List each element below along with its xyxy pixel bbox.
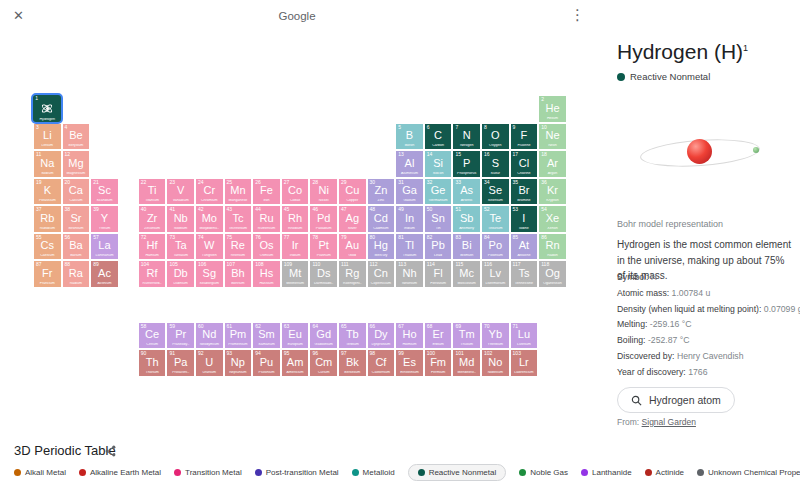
element-tile-Lv[interactable]: 116LvLivermorium	[481, 260, 510, 288]
element-tile-Po[interactable]: 84PoPolonium	[481, 233, 510, 261]
element-tile-C[interactable]: 6CCarbon	[424, 123, 453, 151]
element-tile-In[interactable]: 49InIndium	[395, 205, 424, 233]
element-tile-Sn[interactable]: 50SnTin	[424, 205, 453, 233]
element-tile-Ag[interactable]: 47AgSilver	[338, 205, 367, 233]
element-tile-Nh[interactable]: 113NhNihonium	[395, 260, 424, 288]
element-tile-Cu[interactable]: 29CuCopper	[338, 178, 367, 206]
element-tile-Lu[interactable]: 71LuLutetium	[510, 322, 539, 350]
element-tile-I[interactable]: 53IIodine	[510, 205, 539, 233]
element-tile-Bh[interactable]: 107BhBohrium	[224, 260, 253, 288]
share-icon[interactable]	[104, 444, 117, 462]
element-tile-No[interactable]: 102NoNobelium	[481, 349, 510, 377]
element-tile-O[interactable]: 8OOxygen	[481, 123, 510, 151]
element-tile-Tb[interactable]: 65TbTerbium	[338, 322, 367, 350]
element-tile-Cl[interactable]: 17ClChlorine	[510, 150, 539, 178]
element-tile-Rh[interactable]: 45RhRhodium	[281, 205, 310, 233]
element-tile-La[interactable]: 57LaLanthanum	[90, 233, 119, 261]
element-tile-Cn[interactable]: 112CnCopernicium	[367, 260, 396, 288]
element-tile-Tl[interactable]: 81TlThallium	[395, 233, 424, 261]
element-tile-Pr[interactable]: 59PrPraseody..	[166, 322, 195, 350]
element-tile-Hs[interactable]: 108HsHassium	[252, 260, 281, 288]
element-tile-Th[interactable]: 90ThThorium	[138, 349, 167, 377]
element-tile-Be[interactable]: 4BeBeryllium	[62, 123, 91, 151]
legend-item-reactive-nonmetal[interactable]: Reactive Nonmetal	[408, 464, 507, 481]
element-tile-Si[interactable]: 14SiSilicon	[424, 150, 453, 178]
element-tile-V[interactable]: 23VVanadium	[166, 178, 195, 206]
element-tile-Cm[interactable]: 96CmCurium	[309, 349, 338, 377]
element-tile-Mc[interactable]: 115McMoscovium	[452, 260, 481, 288]
element-tile-Fe[interactable]: 26FeIron	[252, 178, 281, 206]
element-tile-Mt[interactable]: 109MtMeitnerium	[281, 260, 310, 288]
element-tile-H[interactable]: 1Hydrogen	[31, 93, 63, 124]
element-tile-Rn[interactable]: 86RnRadon	[538, 233, 567, 261]
element-tile-P[interactable]: 15PPhosphorus	[452, 150, 481, 178]
element-tile-U[interactable]: 92UUranium	[195, 349, 224, 377]
element-tile-Li[interactable]: 3LiLithium	[33, 123, 62, 151]
element-tile-Cr[interactable]: 24CrChromium	[195, 178, 224, 206]
element-tile-Ra[interactable]: 88RaRadium	[62, 260, 91, 288]
element-tile-Te[interactable]: 52TeTellurium	[481, 205, 510, 233]
element-tile-K[interactable]: 19KPotassium	[33, 178, 62, 206]
source-link[interactable]: Signal Garden	[642, 417, 696, 427]
element-tile-Bi[interactable]: 83BiBismuth	[452, 233, 481, 261]
element-tile-Sr[interactable]: 38SrStrontium	[62, 205, 91, 233]
element-tile-Y[interactable]: 39YYttrium	[90, 205, 119, 233]
element-tile-Pb[interactable]: 82PbLead	[424, 233, 453, 261]
element-tile-Gd[interactable]: 64GdGadolinium	[309, 322, 338, 350]
element-tile-Sb[interactable]: 51SbAntimony	[452, 205, 481, 233]
element-tile-Hf[interactable]: 72HfHafnium	[138, 233, 167, 261]
element-tile-Ts[interactable]: 117TsTennessine	[510, 260, 539, 288]
element-tile-Au[interactable]: 79AuGold	[338, 233, 367, 261]
element-tile-Tm[interactable]: 69TmThulium	[452, 322, 481, 350]
element-tile-Na[interactable]: 11NaSodium	[33, 150, 62, 178]
element-tile-Pa[interactable]: 91PaProtactini..	[166, 349, 195, 377]
element-tile-Re[interactable]: 75ReRhenium	[224, 233, 253, 261]
element-tile-Ne[interactable]: 10NeNeon	[538, 123, 567, 151]
element-tile-At[interactable]: 85AtAstatine	[510, 233, 539, 261]
element-tile-Dy[interactable]: 66DyDysprosium	[367, 322, 396, 350]
element-tile-Zr[interactable]: 40ZrZirconium	[138, 205, 167, 233]
element-tile-Er[interactable]: 68ErErbium	[424, 322, 453, 350]
element-tile-F[interactable]: 9FFluorine	[510, 123, 539, 151]
element-tile-B[interactable]: 5BBoron	[395, 123, 424, 151]
element-tile-Rb[interactable]: 37RbRubidium	[33, 205, 62, 233]
element-tile-Ge[interactable]: 32GeGermanium	[424, 178, 453, 206]
element-tile-Hg[interactable]: 80HgMercury	[367, 233, 396, 261]
element-tile-Mg[interactable]: 12MgMagnesium	[62, 150, 91, 178]
element-tile-S[interactable]: 16SSulfur	[481, 150, 510, 178]
element-tile-Pm[interactable]: 61PmPromethium	[224, 322, 253, 350]
element-tile-Rg[interactable]: 111RgRoentgeni..	[338, 260, 367, 288]
element-tile-Ti[interactable]: 22TiTitanium	[138, 178, 167, 206]
element-tile-Ta[interactable]: 73TaTantalum	[166, 233, 195, 261]
element-tile-Ni[interactable]: 28NiNickel	[309, 178, 338, 206]
element-tile-Sg[interactable]: 106SgSeaborgium	[195, 260, 224, 288]
element-tile-Ir[interactable]: 77IrIridium	[281, 233, 310, 261]
element-tile-Nd[interactable]: 60NdNeodymium	[195, 322, 224, 350]
element-tile-Ga[interactable]: 31GaGallium	[395, 178, 424, 206]
element-tile-Co[interactable]: 27CoCobalt	[281, 178, 310, 206]
element-tile-Nb[interactable]: 41NbNiobium	[166, 205, 195, 233]
element-tile-Os[interactable]: 76OsOsmium	[252, 233, 281, 261]
element-tile-Np[interactable]: 93NpNeptunium	[224, 349, 253, 377]
search-element-button[interactable]: Hydrogen atom	[617, 387, 735, 413]
element-tile-Cs[interactable]: 55CsCaesium	[33, 233, 62, 261]
element-tile-Cd[interactable]: 48CdCadmium	[367, 205, 396, 233]
element-tile-Fr[interactable]: 87FrFrancium	[33, 260, 62, 288]
element-tile-Ce[interactable]: 58CeCerium	[138, 322, 167, 350]
element-tile-Lr[interactable]: 103LrLawrencium	[510, 349, 539, 377]
element-tile-Ru[interactable]: 44RuRuthenium	[252, 205, 281, 233]
element-tile-Tc[interactable]: 43TcTechnetium	[224, 205, 253, 233]
element-tile-Mn[interactable]: 25MnManganese	[224, 178, 253, 206]
element-tile-W[interactable]: 74WTungsten	[195, 233, 224, 261]
element-tile-N[interactable]: 7NNitrogen	[452, 123, 481, 151]
element-tile-Rf[interactable]: 104RfRutherford..	[138, 260, 167, 288]
element-tile-Fl[interactable]: 114FlFlerovium	[424, 260, 453, 288]
element-tile-Ar[interactable]: 18ArArgon	[538, 150, 567, 178]
element-tile-Br[interactable]: 35BrBromine	[510, 178, 539, 206]
element-tile-Ba[interactable]: 56BaBarium	[62, 233, 91, 261]
element-tile-Pt[interactable]: 78PtPlatinum	[309, 233, 338, 261]
element-tile-Al[interactable]: 13AlAluminium	[395, 150, 424, 178]
element-tile-Fm[interactable]: 100FmFermium	[424, 349, 453, 377]
element-tile-Yb[interactable]: 70YbYtterbium	[481, 322, 510, 350]
element-tile-As[interactable]: 33AsArsenic	[452, 178, 481, 206]
